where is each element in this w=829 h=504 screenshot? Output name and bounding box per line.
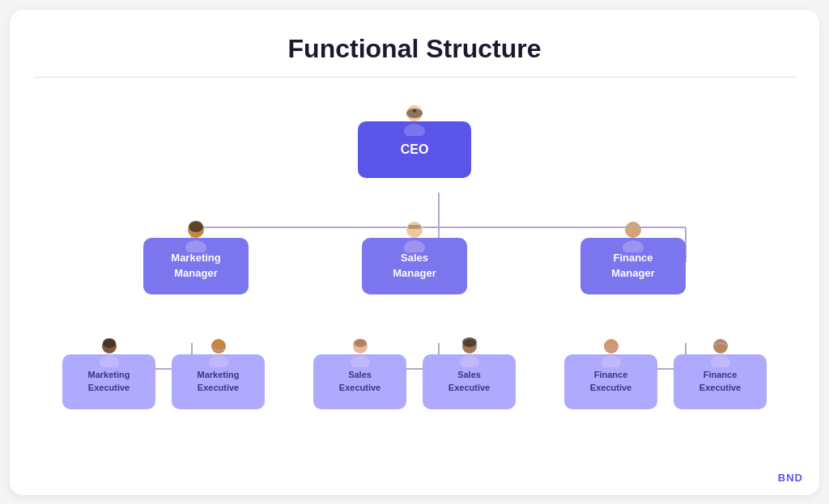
finance-exec-1-avatar: [595, 335, 627, 367]
sales-manager-avatar: [397, 217, 432, 252]
marketing-exec-2-label: MarketingExecutive: [198, 369, 240, 394]
svg-point-20: [413, 109, 416, 112]
svg-point-22: [185, 240, 206, 252]
svg-point-30: [100, 356, 119, 367]
marketing-exec-2-avatar: [202, 335, 235, 367]
marketing-manager-box: MarketingManager: [143, 238, 249, 294]
svg-point-33: [209, 356, 228, 367]
svg-point-24: [406, 222, 423, 238]
marketing-manager-node: MarketingManager: [143, 218, 249, 294]
finance-exec-2-label: FinanceExecutive: [699, 369, 741, 394]
finance-manager-node: FinanceManager: [580, 218, 686, 294]
ceo-node: CEO: [358, 102, 471, 178]
marketing-exec-1-avatar: [93, 335, 125, 367]
ceo-row: CEO: [34, 102, 795, 178]
finance-exec-2-node: FinanceExecutive: [674, 335, 767, 409]
main-card: Functional Structure: [10, 10, 819, 495]
sales-exec-2-node: SalesExecutive: [423, 335, 516, 409]
sales-exec-2-avatar: [453, 335, 486, 367]
executives-row: MarketingExecutive MarketingExecutive: [34, 335, 795, 409]
watermark: BND: [778, 472, 803, 484]
sales-exec-1-avatar: [344, 335, 376, 367]
finance-exec-1-box: FinanceExecutive: [564, 354, 657, 409]
svg-point-25: [404, 240, 425, 252]
sales-exec-1-box: SalesExecutive: [313, 354, 406, 409]
finance-manager-label: FinanceManager: [611, 251, 654, 280]
svg-rect-26: [408, 225, 421, 229]
svg-point-18: [404, 124, 425, 136]
svg-point-40: [604, 339, 619, 354]
finance-exec-1-node: FinanceExecutive: [564, 335, 657, 409]
svg-point-35: [351, 356, 370, 367]
finance-exec-1-label: FinanceExecutive: [590, 369, 631, 394]
ceo-avatar: [397, 100, 432, 136]
svg-point-31: [103, 338, 116, 348]
finance-exec-2-avatar: [704, 335, 737, 367]
marketing-manager-avatar: [178, 217, 214, 252]
svg-point-36: [354, 339, 367, 347]
finance-manager-box: FinanceManager: [580, 238, 686, 294]
svg-point-39: [462, 337, 477, 347]
sales-exec-1-label: SalesExecutive: [339, 369, 380, 394]
svg-point-43: [711, 356, 730, 367]
marketing-exec-2-box: MarketingExecutive: [172, 354, 265, 409]
svg-point-23: [189, 221, 203, 232]
svg-point-28: [623, 240, 644, 252]
page-title: Functional Structure: [34, 34, 795, 64]
svg-point-41: [602, 356, 621, 367]
sales-manager-box: SalesManager: [362, 238, 467, 294]
svg-point-42: [713, 339, 728, 354]
ceo-label: CEO: [401, 142, 429, 157]
marketing-exec-1-node: MarketingExecutive: [62, 335, 155, 409]
finance-exec-2-box: FinanceExecutive: [674, 354, 767, 409]
marketing-exec-1-label: MarketingExecutive: [88, 369, 130, 394]
marketing-exec-1-box: MarketingExecutive: [62, 354, 155, 409]
org-chart: CEO MarketingManager: [34, 102, 795, 409]
sales-exec-2-box: SalesExecutive: [423, 354, 516, 409]
svg-point-38: [460, 356, 479, 367]
divider: [34, 77, 795, 78]
marketing-manager-label: MarketingManager: [171, 251, 220, 280]
sales-exec-2-label: SalesExecutive: [449, 369, 490, 394]
managers-row: MarketingManager SalesManager: [34, 218, 795, 294]
finance-manager-avatar: [615, 217, 651, 252]
sales-manager-label: SalesManager: [393, 251, 436, 280]
ceo-box: CEO: [358, 121, 471, 178]
sales-exec-1-node: SalesExecutive: [313, 335, 406, 409]
marketing-exec-2-node: MarketingExecutive: [172, 335, 265, 409]
sales-manager-node: SalesManager: [362, 218, 467, 294]
